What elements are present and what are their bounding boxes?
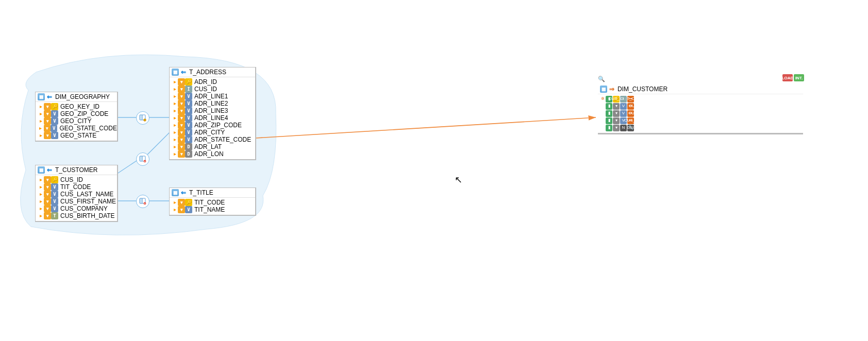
column-row[interactable]: ▸▾🔑GEO_KEY_ID [38,103,117,110]
column-row[interactable]: ▸▾DADR_LON [172,150,255,158]
column-row[interactable]: ▸▾ICUS_ID [172,86,255,93]
type-icon: V [51,125,57,132]
column-list: ▸▾🔑GEO_KEY_ID ▸▾VGEO_ZIP_CODE ▸▾VGEO_CIT… [36,102,117,141]
filter-icon: ▾ [44,125,51,132]
entity-t-address[interactable]: ▦ ⇐ T_ADDRESS ▸▾🔑ADR_ID ▸▾ICUS_ID ▸▾VADR… [169,67,256,160]
column-row[interactable]: ▸▾VGEO_STATE [38,132,117,139]
column-row[interactable]: ▸▾DADR_LAT [172,143,255,150]
column-row[interactable]: ▸▾VADR_LINE3 [172,107,255,114]
entity-t-title[interactable]: ▦ ⇐ T_TITLE ▸▾🔑TIT_CODE ▸▾VTIT_NAME [169,187,256,216]
type-icon: N [620,125,627,131]
join-node-plus-icon[interactable]: + [136,195,149,208]
column-row[interactable]: ▸▾VADR_LINE2 [172,100,255,107]
key-icon: 🔑 [51,103,58,110]
join-node-key-icon[interactable] [136,111,149,125]
join-node-plus-icon[interactable]: + [136,152,149,166]
table-icon: ▦ [600,86,607,93]
filter-icon: ▾ [44,212,51,219]
filter-icon: ▾ [178,143,185,150]
filter-icon: ▾ [44,110,51,117]
filter-icon: ▾ [613,103,620,110]
type-icon: T [51,212,58,219]
filter-icon: ▾ [178,136,185,143]
table-icon: ▦ [38,93,45,100]
filter-icon: ▾ [178,78,185,86]
filter-icon: ▾ [44,103,51,110]
column-row[interactable]: ▮ ▾ V ↦ CUS_COMPANY [600,117,803,124]
column-row[interactable]: ▸▾VADR_STATE_CODE [172,136,255,143]
filter-icon: ▾ [178,199,185,206]
entity-title: DIM_CUSTOMER [617,86,667,93]
filter-icon: ▾ [613,117,620,124]
type-icon: V [185,100,192,107]
type-icon: I [185,86,192,93]
column-row[interactable]: ▮ ▾ N 🔧 GEO_KEY_ID [600,124,803,131]
column-row[interactable]: ▸▾🔑TIT_CODE [172,199,255,206]
column-row[interactable]: ✲ ▮ 🔑 I ↦ CUS_ID : T_CUSTOMER.CUS_ID [600,95,803,103]
type-icon: V [51,191,58,198]
filter-icon: ▾ [44,132,51,139]
svg-point-2 [144,119,146,121]
arrow-in-icon: ⇐ [181,189,186,196]
filter-icon: ▾ [44,205,51,212]
stage-icon: ▮ [606,125,612,131]
type-icon: D [185,143,192,150]
type-icon: V [185,122,192,129]
arrow-in-icon: ⇐ [47,166,52,174]
filter-icon: ▾ [44,117,51,125]
type-icon: V [185,129,192,136]
type-icon: V [51,110,58,117]
entity-title: DIM_GEOGRAPHY [55,93,110,100]
arrow-in-icon: ⇐ [181,69,186,76]
key-icon: 🔑 [185,78,192,86]
key-mark-icon: ✲ [600,96,605,103]
svg-text:+: + [144,160,146,163]
cursor-icon: ↖ [455,174,462,185]
entity-title: T_TITLE [189,189,213,196]
column-row[interactable]: ▸▾🔑ADR_ID [172,78,255,86]
entity-t-customer[interactable]: ▦ ⇐ T_CUSTOMER ▸▾🔑CUS_ID ▸▾VTIT_CODE ▸▾V… [35,165,118,222]
type-icon: V [185,206,192,213]
entity-dim-geography[interactable]: ▦ ⇐ DIM_GEOGRAPHY ▸▾🔑GEO_KEY_ID ▸▾VGEO_Z… [35,92,118,142]
column-row[interactable]: ▸▾VTIT_NAME [172,206,255,213]
column-row[interactable]: ▸▾VADR_ZIP_CODE [172,122,255,129]
column-row[interactable]: ▸▾VGEO_STATE_CODE [38,125,117,132]
filter-icon: ▾ [178,114,185,122]
column-row[interactable]: ▸▾VCUS_COMPANY [38,205,117,212]
entity-title: T_ADDRESS [189,69,226,76]
column-row[interactable]: ▸▾VGEO_ZIP_CODE [38,110,117,117]
filter-icon: ▾ [178,150,185,158]
type-icon: V [51,132,58,139]
column-row[interactable]: ▸▾VGEO_CITY [38,117,117,125]
column-row[interactable]: ▸▾VADR_LINE1 [172,93,255,100]
int-badge[interactable]: INT. [794,74,804,81]
key-icon: 🔑 [185,199,192,206]
type-icon: V [51,198,58,205]
filter-icon: ▾ [44,198,51,205]
column-row[interactable]: ▸▾VCUS_LAST_NAME [38,191,117,198]
column-row[interactable]: ▸▾VCUS_FIRST_NAME [38,198,117,205]
column-row[interactable]: ▸▾VADR_CITY [172,129,255,136]
arrow-in-icon: ⇐ [47,93,52,100]
type-icon: V [620,103,627,110]
filter-icon: ▾ [178,107,185,114]
stage-icon: ▮ [606,103,612,110]
type-icon: V [51,205,58,212]
mapping-flow-line [256,117,596,138]
diagram-canvas[interactable] [0,0,868,341]
column-row[interactable]: ▸▾TCUS_BIRTH_DATE [38,212,117,219]
column-row[interactable]: ▸▾VTIT_CODE [38,183,117,191]
table-icon: ▦ [172,69,179,76]
type-icon: V [620,110,627,117]
key-icon: 🔑 [51,176,58,183]
column-row[interactable]: ▸▾VADR_LINE4 [172,114,255,122]
type-icon: V [51,117,58,125]
search-button[interactable]: 🔍 [597,74,606,83]
svg-text:+: + [144,202,146,205]
column-row[interactable]: ▮ ▾ V ↦ CUS_NAME [600,110,803,117]
column-row[interactable]: ▮ ▾ V ↦ CUS_TITLE [600,103,803,110]
entity-dim-customer[interactable]: ▦ ⇒ DIM_CUSTOMER ✲ ▮ 🔑 I ↦ CUS_ID : T_CU… [598,84,803,134]
column-row[interactable]: ▸▾🔑CUS_ID [38,176,117,183]
load-badge[interactable]: LOAD [782,74,793,81]
stage-icon: ▮ [606,117,612,124]
